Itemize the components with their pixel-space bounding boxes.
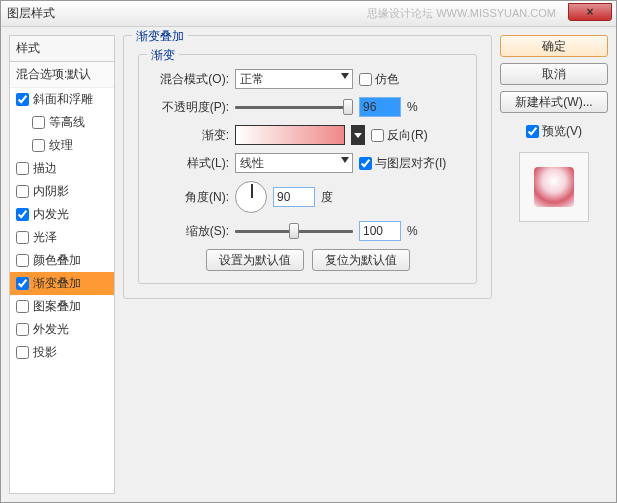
styles-header[interactable]: 样式 bbox=[10, 36, 114, 62]
scale-slider[interactable] bbox=[235, 222, 353, 240]
opacity-input[interactable]: 96 bbox=[359, 97, 401, 117]
set-default-button[interactable]: 设置为默认值 bbox=[206, 249, 304, 271]
style-item-checkbox[interactable] bbox=[16, 185, 29, 198]
opacity-label: 不透明度(P): bbox=[151, 99, 229, 116]
style-item[interactable]: 渐变叠加 bbox=[10, 272, 114, 295]
style-item-checkbox[interactable] bbox=[32, 139, 45, 152]
angle-dial[interactable] bbox=[235, 181, 267, 213]
inner-legend: 渐变 bbox=[147, 47, 179, 64]
right-panel: 确定 取消 新建样式(W)... 预览(V) bbox=[500, 35, 608, 494]
close-icon: × bbox=[586, 5, 593, 19]
style-item[interactable]: 图案叠加 bbox=[10, 295, 114, 318]
style-item-label: 外发光 bbox=[33, 321, 69, 338]
dither-checkbox[interactable]: 仿色 bbox=[359, 71, 399, 88]
angle-input[interactable]: 90 bbox=[273, 187, 315, 207]
style-item-checkbox[interactable] bbox=[16, 254, 29, 267]
style-item[interactable]: 内发光 bbox=[10, 203, 114, 226]
style-item-checkbox[interactable] bbox=[16, 346, 29, 359]
gradient-preview[interactable] bbox=[235, 125, 345, 145]
chevron-down-icon bbox=[341, 73, 349, 79]
dialog-title: 图层样式 bbox=[7, 5, 55, 22]
style-item-label: 内发光 bbox=[33, 206, 69, 223]
style-item-label: 等高线 bbox=[49, 114, 85, 131]
styles-list-panel: 样式 混合选项:默认 斜面和浮雕等高线纹理描边内阴影内发光光泽颜色叠加渐变叠加图… bbox=[9, 35, 115, 494]
group-legend: 渐变叠加 bbox=[132, 28, 188, 45]
gradient-dropdown-button[interactable] bbox=[351, 125, 365, 145]
style-item-label: 描边 bbox=[33, 160, 57, 177]
gradient-label: 渐变: bbox=[151, 127, 229, 144]
style-item-checkbox[interactable] bbox=[16, 93, 29, 106]
blend-mode-select[interactable]: 正常 bbox=[235, 69, 353, 89]
style-select[interactable]: 线性 bbox=[235, 153, 353, 173]
gradient-inner-group: 渐变 混合模式(O): 正常 仿色 不透明度(P): 96 % bbox=[138, 54, 477, 284]
preview-box bbox=[519, 152, 589, 222]
style-item-checkbox[interactable] bbox=[16, 231, 29, 244]
ok-button[interactable]: 确定 bbox=[500, 35, 608, 57]
style-item-checkbox[interactable] bbox=[16, 208, 29, 221]
align-checkbox[interactable]: 与图层对齐(I) bbox=[359, 155, 446, 172]
style-label: 样式(L): bbox=[151, 155, 229, 172]
style-item-label: 渐变叠加 bbox=[33, 275, 81, 292]
blending-options-item[interactable]: 混合选项:默认 bbox=[10, 62, 114, 88]
style-item[interactable]: 描边 bbox=[10, 157, 114, 180]
style-item-label: 光泽 bbox=[33, 229, 57, 246]
style-item[interactable]: 等高线 bbox=[10, 111, 114, 134]
titlebar: 图层样式 思缘设计论坛 WWW.MISSYUAN.COM × bbox=[1, 1, 616, 27]
style-item[interactable]: 外发光 bbox=[10, 318, 114, 341]
reset-default-button[interactable]: 复位为默认值 bbox=[312, 249, 410, 271]
center-panel: 渐变叠加 渐变 混合模式(O): 正常 仿色 不透明度(P): 96 bbox=[123, 35, 492, 494]
style-item-checkbox[interactable] bbox=[16, 323, 29, 336]
new-style-button[interactable]: 新建样式(W)... bbox=[500, 91, 608, 113]
layer-style-dialog: 图层样式 思缘设计论坛 WWW.MISSYUAN.COM × 样式 混合选项:默… bbox=[0, 0, 617, 503]
gradient-overlay-group: 渐变叠加 渐变 混合模式(O): 正常 仿色 不透明度(P): 96 bbox=[123, 35, 492, 299]
watermark: 思缘设计论坛 WWW.MISSYUAN.COM bbox=[367, 6, 556, 21]
opacity-slider[interactable] bbox=[235, 98, 353, 116]
chevron-down-icon bbox=[341, 157, 349, 163]
preview-checkbox[interactable]: 预览(V) bbox=[500, 123, 608, 140]
style-item-checkbox[interactable] bbox=[32, 116, 45, 129]
style-item[interactable]: 纹理 bbox=[10, 134, 114, 157]
blend-mode-label: 混合模式(O): bbox=[151, 71, 229, 88]
scale-label: 缩放(S): bbox=[151, 223, 229, 240]
style-item-label: 图案叠加 bbox=[33, 298, 81, 315]
style-item[interactable]: 内阴影 bbox=[10, 180, 114, 203]
style-item-checkbox[interactable] bbox=[16, 300, 29, 313]
preview-swatch bbox=[534, 167, 574, 207]
cancel-button[interactable]: 取消 bbox=[500, 63, 608, 85]
style-item-label: 纹理 bbox=[49, 137, 73, 154]
reverse-checkbox[interactable]: 反向(R) bbox=[371, 127, 428, 144]
style-item-checkbox[interactable] bbox=[16, 277, 29, 290]
style-item-label: 内阴影 bbox=[33, 183, 69, 200]
style-item-label: 颜色叠加 bbox=[33, 252, 81, 269]
style-item-label: 斜面和浮雕 bbox=[33, 91, 93, 108]
style-item-checkbox[interactable] bbox=[16, 162, 29, 175]
style-item[interactable]: 投影 bbox=[10, 341, 114, 364]
style-item[interactable]: 颜色叠加 bbox=[10, 249, 114, 272]
style-item[interactable]: 斜面和浮雕 bbox=[10, 88, 114, 111]
scale-input[interactable]: 100 bbox=[359, 221, 401, 241]
style-item[interactable]: 光泽 bbox=[10, 226, 114, 249]
style-item-label: 投影 bbox=[33, 344, 57, 361]
close-button[interactable]: × bbox=[568, 3, 612, 21]
angle-label: 角度(N): bbox=[151, 189, 229, 206]
